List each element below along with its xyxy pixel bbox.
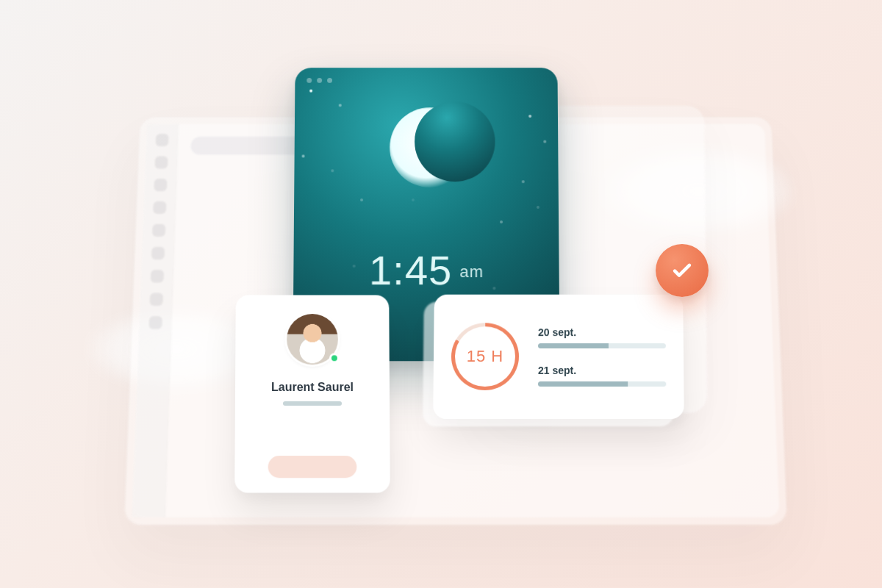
profile-action-button[interactable] [268, 456, 357, 478]
moon-icon [390, 107, 470, 187]
date-label: 21 sept. [538, 365, 666, 376]
presence-online-icon [329, 353, 340, 363]
date-row[interactable]: 20 sept. [538, 326, 666, 348]
date-label: 20 sept. [538, 326, 666, 338]
profile-subline [283, 401, 342, 406]
hours-card[interactable]: 15 H 20 sept. 21 sept. [433, 295, 684, 419]
hours-value: 15 H [467, 347, 504, 366]
check-icon [670, 258, 695, 283]
profile-name: Laurent Saurel [271, 381, 354, 394]
date-progress-bar [538, 343, 666, 348]
hours-progress-ring: 15 H [451, 323, 520, 390]
date-row[interactable]: 21 sept. [538, 365, 666, 387]
profile-card[interactable]: Laurent Saurel [234, 295, 390, 492]
window-controls[interactable] [306, 78, 332, 83]
clock-time: 1:45am [293, 246, 559, 294]
clock-hhmm: 1:45 [369, 247, 453, 293]
success-check-badge[interactable] [656, 244, 709, 297]
clock-ampm: am [459, 262, 484, 281]
date-progress-bar [538, 381, 666, 387]
